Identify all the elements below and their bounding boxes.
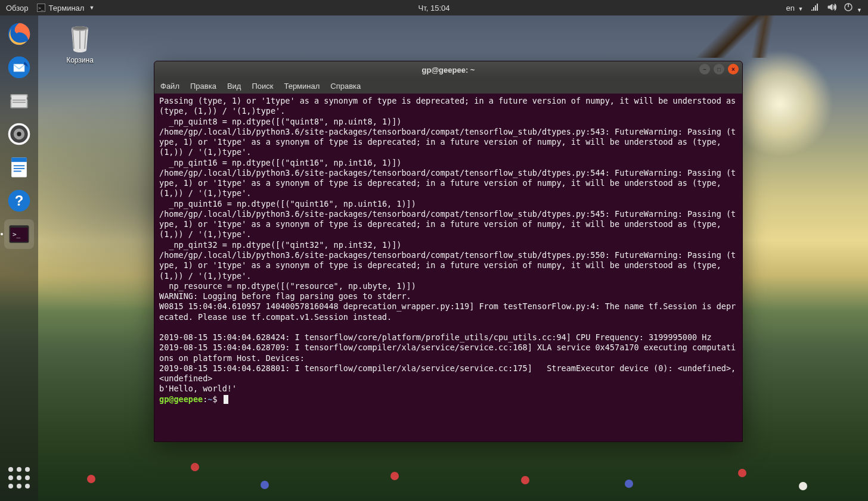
desktop-trash-label: Корзина	[56, 56, 104, 64]
window-title: gp@geepee: ~	[422, 66, 475, 74]
svg-point-25	[73, 26, 87, 30]
svg-rect-14	[11, 158, 27, 162]
svg-rect-17	[14, 171, 21, 172]
activities-button[interactable]: Обзор	[6, 4, 29, 13]
menu-edit[interactable]: Правка	[190, 82, 216, 91]
network-icon[interactable]	[810, 2, 820, 14]
menu-view[interactable]: Вид	[227, 82, 241, 91]
window-minimize-button[interactable]: –	[699, 64, 710, 74]
dock-item-firefox[interactable]	[4, 19, 34, 49]
dock-item-thunderbird[interactable]	[4, 52, 34, 82]
dock: ? >_	[0, 15, 38, 501]
svg-point-12	[17, 132, 21, 136]
dock-item-help[interactable]: ?	[4, 186, 34, 216]
show-applications-button[interactable]	[4, 463, 34, 493]
terminal-icon: >_	[37, 4, 45, 12]
menu-help[interactable]: Справка	[330, 82, 361, 91]
svg-rect-15	[14, 165, 24, 166]
terminal-body[interactable]: Passing (type, 1) or '1type' as a synony…	[154, 94, 742, 441]
chevron-down-icon: ▼	[89, 5, 94, 11]
svg-rect-7	[13, 99, 26, 101]
volume-icon[interactable]	[827, 2, 836, 14]
svg-rect-6	[11, 95, 27, 107]
window-titlebar[interactable]: gp@geepee: ~ – □ ×	[154, 61, 742, 78]
dock-item-terminal[interactable]: >_	[4, 219, 34, 249]
power-icon[interactable]: ▼	[844, 2, 862, 14]
app-menu-terminal[interactable]: >_ Терминал ▼	[37, 4, 95, 13]
window-close-button[interactable]: ×	[728, 64, 739, 74]
dock-item-rhythmbox[interactable]	[4, 119, 34, 149]
chevron-down-icon: ▼	[857, 7, 862, 13]
window-maximize-button[interactable]: □	[714, 64, 724, 74]
dock-item-files[interactable]	[4, 86, 34, 116]
clock[interactable]: Чт, 15:04	[418, 4, 450, 13]
svg-rect-16	[14, 168, 24, 169]
menu-terminal[interactable]: Терминал	[284, 82, 320, 91]
chevron-down-icon: ▼	[798, 6, 804, 12]
apps-grid-icon	[8, 467, 30, 488]
menu-search[interactable]: Поиск	[252, 82, 273, 91]
terminal-menubar: Файл Правка Вид Поиск Терминал Справка	[154, 78, 742, 94]
svg-rect-8	[13, 102, 26, 103]
desktop-trash[interactable]: Корзина	[56, 23, 104, 64]
app-menu-label: Терминал	[49, 4, 85, 13]
svg-text:?: ?	[15, 192, 24, 209]
top-panel: Обзор >_ Терминал ▼ Чт, 15:04 en ▼ ▼	[0, 0, 868, 15]
menu-file[interactable]: Файл	[160, 82, 179, 91]
svg-text:>_: >_	[13, 231, 21, 238]
keyboard-layout-indicator[interactable]: en ▼	[786, 4, 803, 13]
terminal-window: gp@geepee: ~ – □ × Файл Правка Вид Поиск…	[154, 61, 743, 442]
dock-item-writer[interactable]	[4, 153, 34, 182]
